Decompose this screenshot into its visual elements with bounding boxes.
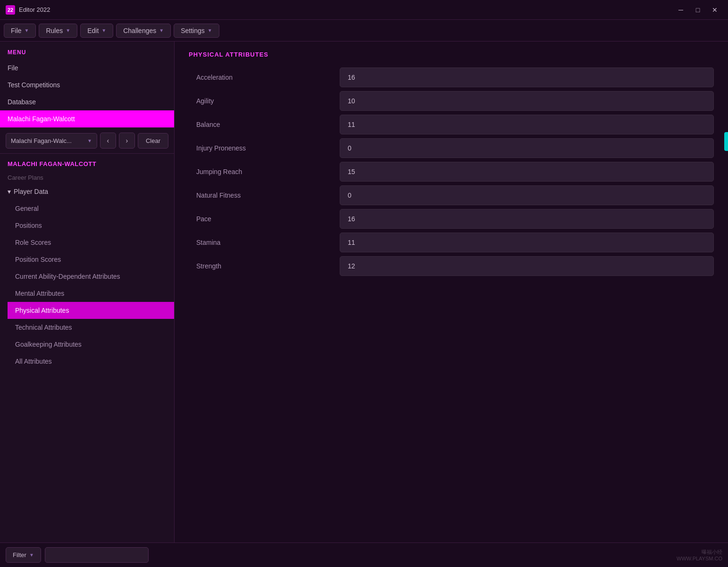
attribute-row: Agility 10 [189,91,714,111]
attribute-label: Acceleration [189,68,340,87]
sidebar-item-test-competitions[interactable]: Test Competitions [0,76,174,93]
bottom-bar: Filter ▼ 曝福小经 WWW.PLAYSM.CO [0,542,728,567]
next-player-button[interactable]: › [119,133,135,149]
content-area: PHYSICAL ATTRIBUTES Acceleration 16 Agil… [175,42,728,542]
filter-button[interactable]: Filter ▼ [6,547,41,563]
menu-file-chevron: ▼ [25,28,29,33]
close-button[interactable]: ✕ [707,3,722,17]
player-name-section: MALACHI FAGAN-WALCOTT [0,154,174,172]
attribute-label: Strength [189,257,340,275]
sidebar-item-ca-dep[interactable]: Current Ability-Dependent Attributes [8,268,174,285]
sidebar-item-role-scores[interactable]: Role Scores [8,234,174,251]
attribute-value[interactable]: 16 [340,67,714,87]
content-section-title: PHYSICAL ATTRIBUTES [189,51,714,58]
sidebar-item-player[interactable]: Malachi Fagan-Walcott [0,110,174,127]
filter-input[interactable] [45,547,149,563]
sidebar-item-positions[interactable]: Positions [8,217,174,234]
attribute-value[interactable]: 0 [340,138,714,158]
menu-rules-label: Rules [46,27,63,34]
menu-settings[interactable]: Settings▼ [174,24,219,38]
player-data-label: Player Data [14,188,48,195]
attribute-label: Jumping Reach [189,162,340,181]
app-icon: 22 [6,5,15,15]
attribute-row: Balance 11 [189,115,714,134]
menu-challenges[interactable]: Challenges▼ [116,24,171,38]
clear-button[interactable]: Clear [138,133,168,149]
sidebar-item-physical-attributes[interactable]: Physical Attributes [8,302,174,319]
menu-file[interactable]: File▼ [4,24,36,38]
attribute-value[interactable]: 10 [340,91,714,111]
watermark-line1: 曝福小经 [677,549,722,556]
attribute-value[interactable]: 16 [340,209,714,229]
prev-player-button[interactable]: ‹ [100,133,116,149]
chevron-down-icon: ▼ [87,138,92,143]
sidebar-top-items: FileTest CompetitionsDatabaseMalachi Fag… [0,59,174,127]
sidebar-menu-label: MENU [0,42,174,59]
menu-challenges-label: Challenges [123,27,156,34]
sidebar-item-mental-attributes[interactable]: Mental Attributes [8,285,174,302]
player-selector: Malachi Fagan-Walc... ▼ ‹ › Clear [0,127,174,154]
attribute-value[interactable]: 12 [340,256,714,276]
player-dropdown[interactable]: Malachi Fagan-Walc... ▼ [6,133,97,149]
title-bar: 22 Editor 2022 ─ □ ✕ [0,0,728,20]
menu-rules-chevron: ▼ [66,28,70,33]
menu-bar: File▼Rules▼Edit▼Challenges▼Settings▼ [0,20,728,42]
filter-chevron-icon: ▼ [29,552,34,558]
attribute-label: Pace [189,209,340,228]
minimize-button[interactable]: ─ [673,3,688,17]
title-bar-controls: ─ □ ✕ [673,3,722,17]
career-plans-item[interactable]: Career Plans [0,172,174,183]
attribute-row: Stamina 11 [189,233,714,252]
app-title: Editor 2022 [19,6,50,13]
menu-rules[interactable]: Rules▼ [39,24,77,38]
attribute-label: Agility [189,92,340,110]
filter-label: Filter [13,551,26,559]
menu-edit-chevron: ▼ [101,28,106,33]
player-name-header: MALACHI FAGAN-WALCOTT [8,160,167,167]
attribute-label: Injury Proneness [189,139,340,158]
attribute-row: Acceleration 16 [189,67,714,87]
menu-challenges-chevron: ▼ [159,28,164,33]
attribute-value[interactable]: 11 [340,115,714,134]
collapse-icon: ▾ [8,188,11,195]
title-bar-left: 22 Editor 2022 [6,5,50,15]
player-data-items: GeneralPositionsRole ScoresPosition Scor… [0,200,174,370]
attribute-row: Strength 12 [189,256,714,276]
maximize-button[interactable]: □ [690,3,705,17]
attribute-value[interactable]: 0 [340,185,714,205]
attribute-label: Stamina [189,233,340,252]
main-layout: MENU FileTest CompetitionsDatabaseMalach… [0,42,728,542]
attribute-row: Injury Proneness 0 [189,138,714,158]
attribute-value[interactable]: 15 [340,162,714,182]
attribute-row: Jumping Reach 15 [189,162,714,182]
attribute-label: Balance [189,115,340,134]
sidebar: MENU FileTest CompetitionsDatabaseMalach… [0,42,175,542]
menu-file-label: File [11,27,22,34]
attribute-label: Natural Fitness [189,186,340,205]
player-dropdown-text: Malachi Fagan-Walc... [11,137,72,144]
sidebar-item-technical-attributes[interactable]: Technical Attributes [8,319,174,336]
attribute-row: Natural Fitness 0 [189,185,714,205]
watermark-line2: WWW.PLAYSM.CO [677,556,722,561]
player-data-section: ▾ Player Data GeneralPositionsRole Score… [0,183,174,542]
menu-settings-label: Settings [181,27,205,34]
player-data-header[interactable]: ▾ Player Data [0,183,174,200]
sidebar-item-database[interactable]: Database [0,93,174,110]
attribute-value[interactable]: 11 [340,233,714,252]
sidebar-item-file[interactable]: File [0,59,174,76]
menu-edit[interactable]: Edit▼ [80,24,113,38]
attribute-row: Pace 16 [189,209,714,229]
menu-edit-label: Edit [87,27,99,34]
attributes-list: Acceleration 16 Agility 10 Balance 11 In… [189,67,714,276]
sidebar-item-gk-attributes[interactable]: Goalkeeping Attributes [8,336,174,353]
watermark: 曝福小经 WWW.PLAYSM.CO [677,549,722,561]
menu-settings-chevron: ▼ [208,28,212,33]
scroll-indicator [724,132,728,151]
sidebar-item-all-attributes[interactable]: All Attributes [8,353,174,370]
sidebar-item-general[interactable]: General [8,200,174,217]
sidebar-item-position-scores[interactable]: Position Scores [8,251,174,268]
